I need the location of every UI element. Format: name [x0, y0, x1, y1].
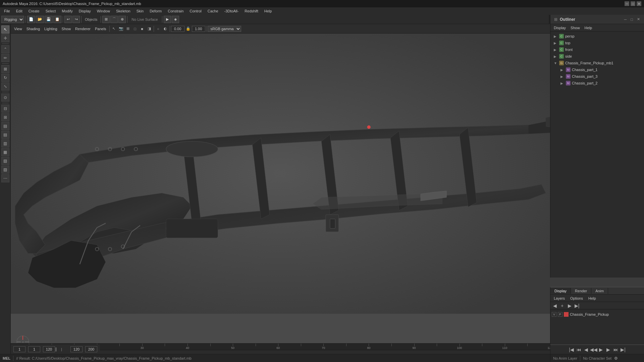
mode-select[interactable]: Rigging	[1, 16, 24, 23]
outliner-item-chassis-root[interactable]: ▼ G Chassis_Frame_Pickup_mb1	[550, 60, 644, 66]
char-set-btn[interactable]: ⚙	[614, 356, 618, 361]
menu-redshift[interactable]: Redshift	[242, 8, 261, 14]
new-scene-btn[interactable]: 📄	[27, 16, 35, 23]
3d-viewport[interactable]: persp ⊕	[11, 34, 550, 354]
menu-select[interactable]: Select	[43, 8, 59, 14]
layer-end-btn[interactable]: ▶|	[574, 303, 580, 309]
tab-display[interactable]: Display	[550, 288, 571, 294]
minimize-button[interactable]: ─	[625, 1, 629, 6]
go-end-btn[interactable]: ▶|	[620, 346, 627, 353]
layer3-btn[interactable]: ▥	[1, 139, 9, 147]
tab-render[interactable]: Render	[571, 288, 591, 294]
menu-window[interactable]: Window	[94, 8, 113, 14]
panels-menu[interactable]: Panels	[93, 26, 108, 32]
menu-edit[interactable]: Edit	[13, 8, 25, 14]
layer6-btn[interactable]: ▨	[1, 166, 9, 174]
ipr-btn[interactable]: ◈	[172, 16, 179, 23]
vp-light-btn[interactable]: ○	[155, 25, 162, 32]
vp-shaded-btn[interactable]: ■	[139, 25, 146, 32]
layer4-btn[interactable]: ▦	[1, 148, 9, 156]
scale-btn[interactable]: ⤡	[1, 82, 9, 90]
layer-prev-btn[interactable]: ◀	[552, 303, 558, 309]
redo-btn[interactable]: ↪	[72, 16, 80, 23]
open-btn[interactable]: 📂	[36, 16, 44, 23]
extra-btn[interactable]: ⋯	[1, 174, 9, 182]
outliner-item-chassis-part3[interactable]: ▶ M Chassis_part_3	[550, 73, 644, 80]
vp-gamma-input[interactable]	[192, 26, 205, 32]
tab-anim[interactable]: Anim	[591, 288, 608, 294]
renderer-menu[interactable]: Renderer	[73, 26, 93, 32]
vp-lock-btn[interactable]: 🔒	[185, 25, 192, 32]
layer-next-btn[interactable]: ▶	[567, 303, 573, 309]
menu-modify[interactable]: Modify	[59, 8, 75, 14]
paint-btn[interactable]: ✏	[1, 54, 9, 62]
layers-menu-item[interactable]: Layers	[552, 296, 567, 301]
menu-constrain[interactable]: Constrain	[165, 8, 186, 14]
next-key-btn[interactable]: ⏭	[612, 346, 619, 353]
show-menu[interactable]: Show	[60, 26, 73, 32]
menu-3dtoall[interactable]: -3DtoAll-	[222, 8, 241, 14]
frame-start-input[interactable]	[13, 346, 25, 352]
frame-current-input[interactable]	[28, 346, 40, 352]
menu-create[interactable]: Create	[26, 8, 42, 14]
outliner-float[interactable]: □	[629, 17, 634, 21]
play-back-btn[interactable]: ◀◀	[590, 346, 597, 353]
snap-point-btn[interactable]: ⊕	[118, 16, 126, 23]
vp-wire-btn[interactable]: □	[132, 25, 139, 32]
select-tool-btn[interactable]: ↖	[1, 25, 9, 34]
vp-colorspace-select[interactable]: sRGB gamma	[208, 26, 241, 32]
prev-key-btn[interactable]: ⏮	[576, 346, 582, 353]
snap-curve-btn[interactable]: ⌒	[110, 16, 118, 23]
range-end-input[interactable]	[85, 346, 97, 352]
vp-shadow-btn[interactable]: ◐	[162, 25, 169, 32]
show-manip-btn[interactable]: ⊟	[1, 105, 9, 113]
next-frame-btn[interactable]: ▶	[605, 346, 612, 353]
outliner-menu-help[interactable]: Help	[583, 25, 594, 31]
menu-help[interactable]: Help	[262, 8, 275, 14]
vp-select-btn[interactable]: ↖	[111, 25, 117, 32]
outliner-menu-display[interactable]: Display	[552, 25, 568, 31]
layer2-btn[interactable]: ▤	[1, 131, 9, 139]
layer1-btn[interactable]: ▤	[1, 122, 9, 130]
snap-grid-btn[interactable]: ⊞	[102, 16, 110, 23]
transform-btn[interactable]: ⊠	[1, 65, 9, 73]
lighting-menu[interactable]: Lighting	[42, 26, 59, 32]
menu-control[interactable]: Control	[187, 8, 204, 14]
vp-shadedwire-btn[interactable]: ◨	[146, 25, 153, 32]
vp-grid-btn[interactable]: ⊞	[125, 25, 131, 32]
render-btn[interactable]: ▶	[164, 16, 171, 23]
outliner-close[interactable]: ✕	[636, 17, 641, 21]
window-controls[interactable]: ─ □ ✕	[625, 1, 641, 6]
outliner-item-top[interactable]: ▶ C top	[550, 40, 644, 46]
menu-deform[interactable]: Deform	[147, 8, 164, 14]
prev-frame-btn[interactable]: ◀	[583, 346, 590, 353]
menu-file[interactable]: File	[1, 8, 13, 14]
outliner-item-chassis-part1[interactable]: ▶ M Chassis_part_1	[550, 66, 644, 73]
maximize-button[interactable]: □	[631, 1, 635, 6]
layer-visibility-btn[interactable]: V	[552, 312, 556, 317]
move-tool-btn[interactable]: ✛	[1, 34, 9, 42]
layer-add-btn[interactable]: +	[559, 303, 565, 309]
close-button[interactable]: ✕	[637, 1, 641, 6]
play-fwd-btn[interactable]: ▶	[598, 346, 604, 353]
menu-skin[interactable]: Skin	[134, 8, 146, 14]
frame-end-input[interactable]	[43, 346, 55, 352]
shading-menu[interactable]: Shading	[24, 26, 42, 32]
range-start-input[interactable]	[70, 346, 83, 352]
outliner-item-chassis-part2[interactable]: ▶ M Chassis_part_2	[550, 80, 644, 86]
lasso-btn[interactable]: ⌃	[1, 45, 9, 53]
layer-playback-btn[interactable]: P	[558, 312, 562, 317]
go-start-btn[interactable]: |◀	[568, 346, 575, 353]
outliner-menu-show[interactable]: Show	[569, 25, 582, 31]
save-as-btn[interactable]: 📋	[53, 16, 61, 23]
menu-display[interactable]: Display	[76, 8, 94, 14]
outliner-minimize[interactable]: ─	[623, 17, 628, 21]
show-grid-btn[interactable]: ⊞	[1, 113, 9, 121]
outliner-item-persp[interactable]: ▶ C persp	[550, 33, 644, 40]
view-menu[interactable]: View	[12, 26, 24, 32]
outliner-item-front[interactable]: ▶ C front	[550, 46, 644, 53]
soft-sel-btn[interactable]: ⊙	[1, 94, 9, 102]
save-btn[interactable]: 💾	[45, 16, 53, 23]
help-menu-item[interactable]: Help	[586, 296, 598, 301]
layer5-btn[interactable]: ▧	[1, 157, 9, 165]
